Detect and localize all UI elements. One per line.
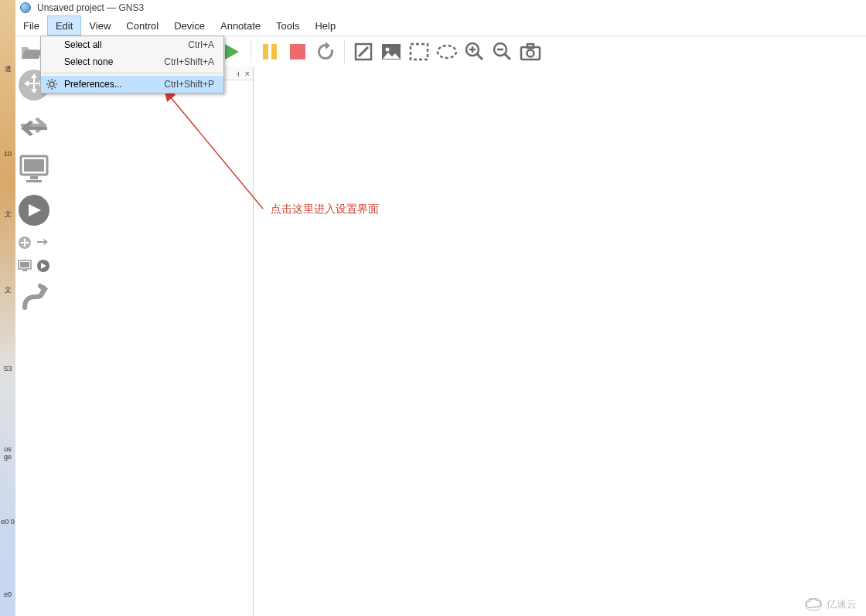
toolbar-separator <box>344 40 345 63</box>
all-devices-button-2[interactable] <box>17 258 51 274</box>
play-icon <box>223 43 240 61</box>
menu-edit-label: Edit <box>56 20 73 32</box>
menu-annotate[interactable]: Annotate <box>213 15 268 36</box>
edit-dropdown-menu: Select all Ctrl+A Select none Ctrl+Shift… <box>40 36 224 94</box>
menu-item-select-all[interactable]: Select all Ctrl+A <box>41 36 223 53</box>
open-folder-icon <box>20 43 42 61</box>
zoom-out-button[interactable] <box>490 39 515 64</box>
desktop-icon-label: 10 <box>0 150 15 158</box>
pause-all-button[interactable] <box>257 39 282 64</box>
reload-all-button[interactable] <box>313 39 338 64</box>
insert-image-button[interactable] <box>379 39 404 64</box>
menu-item-shortcut: Ctrl+Shift+P <box>164 79 214 90</box>
end-devices-button[interactable] <box>17 151 51 185</box>
add-link-button[interactable] <box>17 281 51 315</box>
security-devices-button[interactable] <box>17 193 51 227</box>
mini-switch-icon <box>36 237 50 248</box>
window-title: Unsaved project — GNS3 <box>37 2 144 13</box>
dock-panel-button[interactable]: ⫞ <box>236 69 240 78</box>
canvas[interactable] <box>254 66 866 616</box>
ellipse-select-icon <box>436 43 458 60</box>
svg-point-24 <box>49 82 54 87</box>
mini-router-icon <box>18 236 32 250</box>
desktop-icon-label: os ge <box>0 445 15 461</box>
menu-tools[interactable]: Tools <box>268 15 307 36</box>
menu-device[interactable]: Device <box>166 15 213 36</box>
zoom-in-icon <box>465 42 485 62</box>
zoom-in-button[interactable] <box>462 39 487 64</box>
svg-rect-16 <box>30 176 38 179</box>
svg-point-12 <box>527 49 534 56</box>
security-icon <box>18 194 50 226</box>
desktop-icon-label: e0 <box>0 590 15 598</box>
menu-help-label: Help <box>315 20 336 32</box>
menu-control-label: Control <box>126 20 159 32</box>
desktop-icon-label: 文 <box>0 286 15 294</box>
menu-separator <box>43 73 222 73</box>
menu-item-shortcut: Ctrl+Shift+A <box>164 56 214 67</box>
mini-play-icon <box>36 259 50 273</box>
svg-rect-21 <box>20 262 29 267</box>
draw-ellipse-button[interactable] <box>435 39 459 64</box>
screenshot-icon <box>520 43 541 61</box>
mini-monitor-icon <box>18 260 32 272</box>
workspace: ⫞ × <box>15 66 866 616</box>
gear-icon <box>46 78 58 90</box>
desktop-icon-label: 文 <box>0 210 15 218</box>
rect-select-icon <box>409 43 429 61</box>
menu-item-label: Select all <box>64 39 188 50</box>
cable-icon <box>19 283 49 314</box>
desktop-icon-label: e0 0 <box>0 518 15 526</box>
draw-rectangle-button[interactable] <box>407 39 431 64</box>
cloud-icon <box>805 598 822 611</box>
svg-rect-0 <box>263 44 268 60</box>
app-icon <box>20 2 31 13</box>
image-icon <box>381 43 401 60</box>
menu-item-select-none[interactable]: Select none Ctrl+Shift+A <box>41 53 223 70</box>
device-toolbar <box>15 66 53 616</box>
svg-rect-15 <box>24 159 44 172</box>
watermark-text: 亿速云 <box>827 597 857 611</box>
note-icon <box>354 43 373 61</box>
menu-tools-label: Tools <box>276 20 299 32</box>
stop-icon <box>289 43 306 60</box>
zoom-out-icon <box>493 42 513 62</box>
menu-item-shortcut: Ctrl+A <box>188 39 214 50</box>
menu-view[interactable]: View <box>81 15 118 36</box>
annotation-arrow <box>162 89 278 216</box>
switches-button[interactable] <box>17 110 51 144</box>
menu-view-label: View <box>89 20 111 32</box>
watermark: 亿速云 <box>805 597 857 611</box>
annotation-text: 点击这里进入设置界面 <box>271 202 379 216</box>
menu-device-label: Device <box>174 20 205 32</box>
menubar: File Edit View Control Device Annotate T… <box>15 15 866 36</box>
stop-all-button[interactable] <box>285 39 310 64</box>
toolbar-separator <box>251 40 251 63</box>
desktop-icon-label: 道 <box>0 65 15 73</box>
svg-rect-1 <box>271 44 277 60</box>
svg-rect-17 <box>26 180 42 182</box>
menu-annotate-label: Annotate <box>220 20 261 32</box>
svg-point-7 <box>438 46 456 58</box>
menu-item-preferences[interactable]: Preferences... Ctrl+Shift+P <box>41 76 223 93</box>
menu-file[interactable]: File <box>15 15 47 36</box>
menu-item-label: Select none <box>64 56 164 67</box>
reload-icon <box>315 42 336 62</box>
all-devices-button[interactable] <box>17 235 51 250</box>
svg-point-5 <box>386 47 390 51</box>
svg-line-25 <box>170 97 263 209</box>
pause-icon <box>261 43 278 61</box>
svg-rect-6 <box>411 44 428 60</box>
monitor-icon <box>19 154 49 183</box>
menu-file-label: File <box>23 20 39 32</box>
screenshot-button[interactable] <box>518 39 543 64</box>
menu-item-label: Preferences... <box>64 79 164 90</box>
menu-help[interactable]: Help <box>307 15 343 36</box>
svg-rect-22 <box>22 270 27 271</box>
menu-control[interactable]: Control <box>118 15 166 36</box>
svg-rect-2 <box>290 44 305 60</box>
desktop-icon-label: S3 <box>0 365 15 373</box>
add-note-button[interactable] <box>351 39 376 64</box>
close-panel-button[interactable]: × <box>245 69 250 78</box>
menu-edit[interactable]: Edit <box>47 15 81 36</box>
